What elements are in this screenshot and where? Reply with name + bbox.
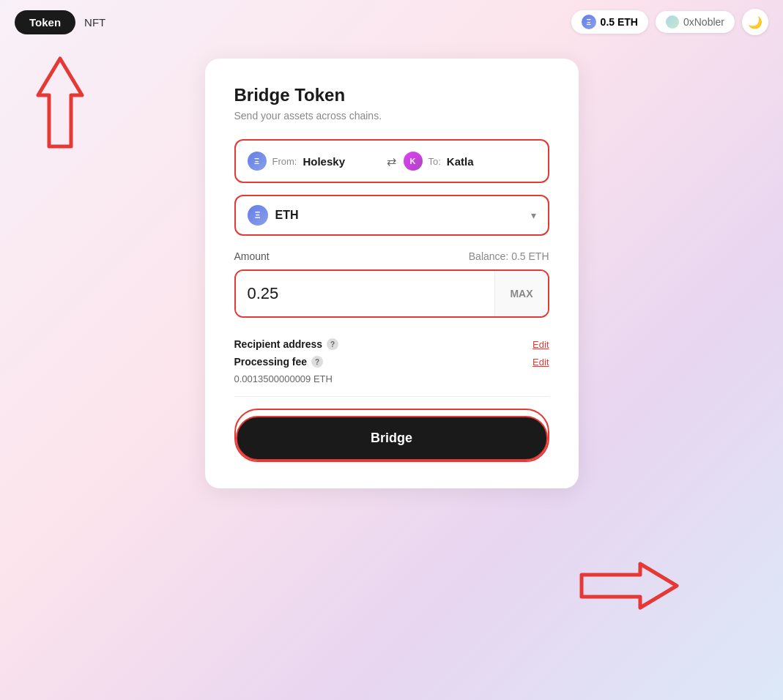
amount-input-row: MAX: [234, 269, 549, 318]
bridge-button[interactable]: Bridge: [236, 416, 548, 461]
svg-marker-1: [582, 564, 677, 608]
chain-selector[interactable]: Ξ From: Holesky ⇄ K To: Katla: [234, 139, 549, 183]
processing-fee-help-icon[interactable]: ?: [311, 356, 323, 368]
to-chain: K To: Katla: [404, 152, 536, 171]
token-button[interactable]: Token: [15, 10, 75, 34]
token-selector[interactable]: Ξ ETH ▾: [234, 195, 549, 236]
processing-fee-label: Processing fee ?: [234, 356, 324, 368]
nft-button[interactable]: NFT: [84, 16, 105, 29]
wallet-badge[interactable]: 0xNobler: [656, 11, 735, 33]
to-chain-icon: K: [404, 152, 423, 171]
processing-fee-row: Processing fee ? Edit: [234, 356, 549, 368]
token-icon: Ξ: [248, 205, 268, 226]
from-chain-name: Holesky: [303, 155, 345, 168]
processing-fee-value: 0.0013500000009 ETH: [234, 373, 549, 384]
main-container: Bridge Token Send your assets across cha…: [0, 44, 783, 488]
from-chain-icon: Ξ: [248, 152, 267, 171]
eth-balance-badge: Ξ 0.5 ETH: [571, 10, 648, 34]
chevron-down-icon: ▾: [531, 209, 536, 221]
eth-icon: Ξ: [582, 15, 596, 29]
recipient-help-icon[interactable]: ?: [327, 338, 338, 350]
recipient-label: Recipient address ?: [234, 338, 339, 350]
processing-fee-edit-link[interactable]: Edit: [532, 357, 549, 368]
nav-right: Ξ 0.5 ETH 0xNobler 🌙: [571, 9, 768, 35]
token-name: ETH: [275, 209, 531, 222]
to-label: To:: [428, 156, 441, 167]
swap-chains-button[interactable]: ⇄: [380, 149, 404, 173]
arrow-up-annotation: [31, 55, 89, 150]
card-subtitle: Send your assets across chains.: [234, 110, 549, 122]
amount-label: Amount: [234, 250, 270, 262]
arrow-right-annotation: [578, 556, 680, 615]
amount-input[interactable]: [236, 271, 495, 316]
amount-header: Amount Balance: 0.5 ETH: [234, 250, 549, 262]
nav-left: Token NFT: [15, 10, 105, 34]
svg-marker-0: [38, 59, 82, 146]
wallet-icon: [666, 15, 679, 29]
bridge-btn-wrapper: Bridge: [234, 409, 549, 462]
recipient-row: Recipient address ? Edit: [234, 338, 549, 350]
divider: [234, 396, 549, 397]
max-button[interactable]: MAX: [494, 271, 547, 316]
balance-display: Balance: 0.5 ETH: [469, 250, 549, 262]
to-chain-name: Katla: [447, 155, 474, 168]
recipient-edit-link[interactable]: Edit: [532, 339, 549, 350]
dark-mode-button[interactable]: 🌙: [742, 9, 768, 35]
bridge-card: Bridge Token Send your assets across cha…: [205, 59, 579, 488]
navbar: Token NFT Ξ 0.5 ETH 0xNobler 🌙: [0, 0, 783, 44]
card-title: Bridge Token: [234, 85, 549, 105]
from-label: From:: [272, 156, 297, 167]
from-chain: Ξ From: Holesky: [248, 152, 380, 171]
